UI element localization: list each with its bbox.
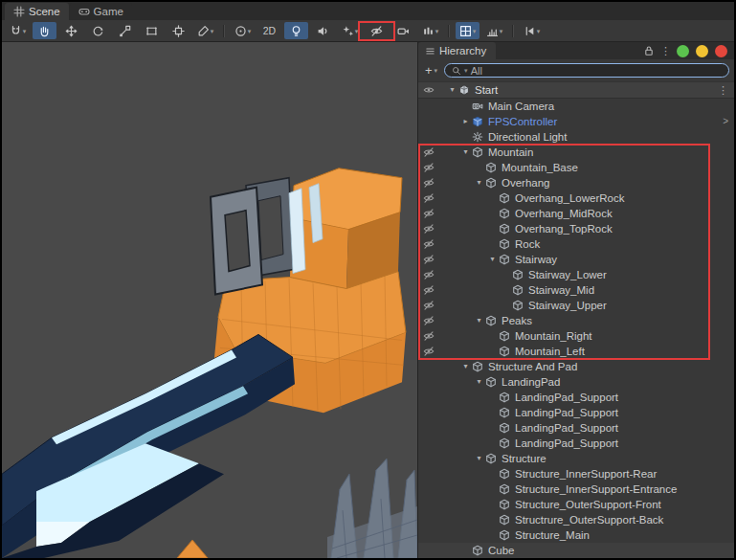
search-icon [452,66,461,76]
cube-icon [499,468,512,480]
scene-view[interactable] [2,42,417,558]
hierarchy-row[interactable]: ▾LandingPad [418,374,734,390]
hidden-eye-icon[interactable] [418,223,446,235]
tab-game[interactable]: Game [70,3,132,20]
foldout-toggle[interactable]: ▾ [459,148,472,156]
hidden-eye-icon[interactable] [418,208,446,219]
hierarchy-row[interactable]: ▾Mountain [418,145,734,160]
scale-icon [119,25,131,37]
hidden-eye-icon[interactable] [418,284,446,296]
hierarchy-row[interactable]: Structure_Main [418,527,734,543]
hierarchy-row[interactable]: Directional Light [418,129,734,145]
cube-icon [485,177,499,189]
hidden-eye-icon[interactable] [418,254,446,265]
toolbar-transform-tool[interactable] [167,22,190,39]
hierarchy-row[interactable]: Structrure_OuterSupport-Back [418,512,734,527]
hierarchy-row[interactable]: ▸FPSController> [418,114,734,129]
lock-icon[interactable] [643,45,655,56]
toolbar-snap-settings[interactable]: ▾ [482,22,506,39]
hierarchy-row[interactable]: Structure_InnerSupport-Rear [418,466,734,482]
hierarchy-row[interactable]: LandingPad_Support [418,405,734,420]
hierarchy-row[interactable]: Cube [418,543,734,558]
prefab-open-chevron-icon[interactable]: > [723,117,728,126]
hierarchy-row[interactable]: LandingPad_Support [418,420,734,436]
cube-icon [512,269,525,280]
foldout-toggle[interactable]: ▾ [486,256,499,263]
hidden-eye-icon[interactable] [418,238,446,250]
hidden-eye-icon[interactable] [418,346,446,357]
hierarchy-row[interactable]: Mountain_Base [418,160,734,175]
scene-eye-icon[interactable] [418,84,446,96]
hidden-eye-icon[interactable] [418,146,446,158]
toolbar-camera-toggle[interactable] [391,22,415,39]
hierarchy-row[interactable]: LandingPad_Support [418,436,734,451]
toolbar-mode-2d-label: 2D [260,25,279,36]
foldout-toggle[interactable]: ▾ [473,378,485,386]
hierarchy-row[interactable]: Main Camera [418,99,734,114]
toolbar-grid-visibility[interactable]: ▾ [456,22,480,39]
window-control-dot[interactable] [696,45,708,57]
hidden-eye-icon[interactable] [418,315,446,326]
scene-row-start[interactable]: ▾ Start ⋮ [418,81,734,99]
toolbar-audio-toggle[interactable] [311,22,335,39]
hierarchy-row[interactable]: Stairway_Mid [418,282,734,298]
toolbar-effects-toggle[interactable]: ▾ [338,22,362,39]
hierarchy-row[interactable]: ▾Peaks [418,313,734,328]
hierarchy-row[interactable]: Mountain_Right [418,328,734,344]
row-label: LandingPad_Support [515,422,618,434]
panel-menu-kebab-icon[interactable]: ⋮ [660,46,671,56]
hierarchy-row[interactable]: LandingPad_Support [418,390,734,405]
toolbar-scene-visibility[interactable] [365,22,389,39]
hidden-eye-icon[interactable] [418,269,446,280]
scene-menu-kebab-icon[interactable]: ⋮ [718,85,728,96]
foldout-toggle[interactable]: ▾ [473,455,485,462]
foldout-toggle[interactable]: ▸ [459,118,472,125]
window-control-dot[interactable] [677,45,689,57]
hierarchy-row[interactable]: Stairway_Upper [418,298,734,313]
toolbar-custom-tool[interactable]: ▾ [193,22,217,39]
foldout-toggle[interactable]: ▾ [473,179,485,187]
toolbar-component-filter[interactable]: ▾ [418,22,442,39]
hierarchy-row[interactable]: Stairway_Lower [418,267,734,282]
toolbar-mode-2d[interactable]: 2D [257,22,281,39]
hidden-eye-icon[interactable] [418,192,446,204]
hierarchy-row[interactable]: Mountain_Left [418,344,734,359]
hierarchy-row[interactable]: Rock [418,236,734,252]
hidden-eye-icon[interactable] [418,330,446,342]
toolbar-tool-settings[interactable]: ▾ [6,22,30,39]
hierarchy-row[interactable]: ▾Structure [418,451,734,466]
window-control-dot[interactable] [715,45,727,57]
hierarchy-row[interactable]: ▾Overhang [418,175,734,190]
hierarchy-row[interactable]: Structure_InnerSupport-Entrance [418,482,734,497]
hierarchy-row[interactable]: Overhang_MidRock [418,206,734,221]
hierarchy-search-input[interactable]: ▾ All [444,63,729,78]
search-filter-caret-icon[interactable]: ▾ [464,67,468,75]
chevron-down-icon: ▾ [248,28,252,34]
toolbar-step-control[interactable]: ▾ [520,22,544,39]
hidden-eye-icon[interactable] [418,162,446,173]
hierarchy-row[interactable]: Structure_OuterSupport-Front [418,497,734,512]
toolbar-rotate-tool[interactable] [86,22,110,39]
hierarchy-row[interactable]: Overhang_LowerRock [418,190,734,206]
unity-scene-icon [458,84,472,96]
row-label: Structure_InnerSupport-Entrance [515,483,677,495]
toolbar-rect-tool[interactable] [140,22,164,39]
create-object-button[interactable]: + ▾ [425,64,437,77]
scene-foldout-toggle[interactable]: ▾ [446,86,458,94]
hidden-eye-icon[interactable] [418,300,446,311]
hidden-eye-icon[interactable] [418,177,446,189]
tab-hierarchy[interactable]: Hierarchy [418,42,496,59]
toolbar-scale-tool[interactable] [113,22,137,39]
toolbar-lighting-toggle[interactable] [284,22,308,39]
toolbar-pivot-toggle[interactable]: ▾ [231,22,255,39]
hierarchy-row[interactable]: ▾Stairway [418,252,734,267]
foldout-toggle[interactable]: ▾ [459,363,472,370]
toolbar-move-tool[interactable] [59,22,83,39]
tab-scene[interactable]: Scene [5,3,69,20]
cube-icon [499,514,512,526]
hierarchy-row[interactable]: ▾Structure And Pad [418,359,734,374]
rotate-icon [92,25,104,37]
foldout-toggle[interactable]: ▾ [473,317,485,325]
hierarchy-row[interactable]: Overhang_TopRock [418,221,734,236]
toolbar-view-tool[interactable] [33,22,56,39]
